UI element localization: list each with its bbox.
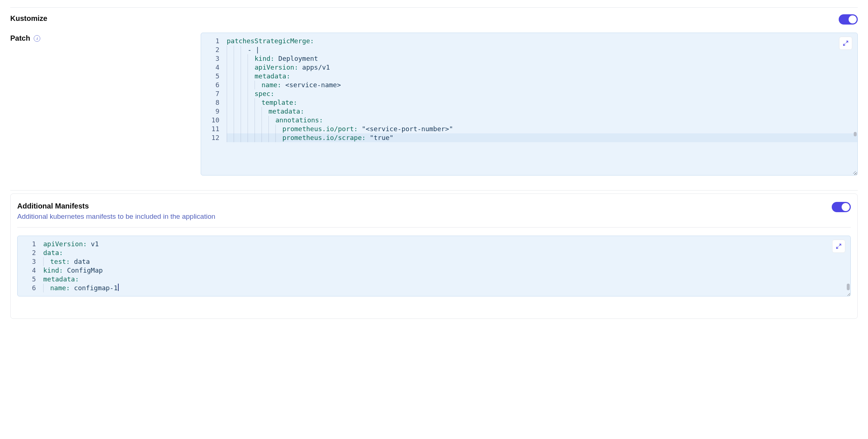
manifests-title: Additional Manifests [17, 202, 215, 210]
manifests-toggle[interactable] [832, 202, 851, 212]
code-line[interactable]: metadata: [227, 72, 857, 81]
patch-editor[interactable]: 123456789101112 patchesStrategicMerge:- … [201, 33, 858, 176]
line-gutter: 123456 [18, 236, 40, 296]
info-icon[interactable]: i [34, 35, 40, 42]
code-line[interactable]: prometheus.io/scrape: "true" [227, 133, 857, 142]
toggle-knob [842, 203, 850, 211]
code-line[interactable]: annotations: [227, 116, 857, 125]
patch-label-col: Patch i [10, 33, 190, 43]
patch-label: Patch i [10, 34, 40, 43]
toggle-knob [849, 15, 857, 23]
patch-editor-wrap: 123456789101112 patchesStrategicMerge:- … [201, 33, 858, 176]
code-lines[interactable]: apiVersion: v1data:test: datakind: Confi… [40, 236, 850, 296]
expand-button[interactable] [832, 240, 845, 253]
code-line[interactable]: apiVersion: apps/v1 [227, 63, 857, 72]
expand-icon [843, 40, 849, 46]
code-line[interactable]: spec: [227, 89, 857, 98]
expand-icon [836, 243, 842, 249]
code-line[interactable]: template: [227, 98, 857, 107]
kustomize-section: Kustomize Patch i 123456789101112 [10, 7, 858, 191]
code-line[interactable]: data: [43, 248, 850, 257]
kustomize-title: Kustomize [10, 14, 47, 23]
code-area: 123456 apiVersion: v1data:test: datakind… [18, 236, 850, 296]
manifests-header-text: Additional Manifests Additional kubernet… [17, 202, 215, 221]
manifests-subtitle: Additional kubernetes manifests to be in… [17, 213, 215, 221]
resize-handle[interactable] [851, 169, 856, 174]
code-line[interactable]: apiVersion: v1 [43, 240, 850, 248]
expand-button[interactable] [839, 37, 852, 50]
kustomize-toggle[interactable] [839, 14, 858, 25]
manifests-header: Additional Manifests Additional kubernet… [17, 202, 851, 221]
code-line[interactable]: kind: ConfigMap [43, 266, 850, 275]
code-line[interactable]: prometheus.io/port: "<service-port-numbe… [227, 125, 857, 133]
patch-row: Patch i 123456789101112 patchesStrategic… [10, 33, 858, 176]
code-lines[interactable]: patchesStrategicMerge:- |kind: Deploymen… [223, 33, 857, 146]
code-line[interactable]: metadata: [227, 107, 857, 116]
code-line[interactable]: test: data [43, 257, 850, 266]
line-gutter: 123456789101112 [201, 33, 223, 146]
divider [17, 227, 851, 228]
manifests-editor[interactable]: 123456 apiVersion: v1data:test: datakind… [17, 236, 851, 296]
code-line[interactable]: - | [227, 45, 857, 54]
manifests-card: Additional Manifests Additional kubernet… [10, 193, 858, 319]
code-line[interactable]: kind: Deployment [227, 54, 857, 63]
code-line[interactable]: name: configmap-1 [43, 284, 850, 292]
scrollbar-indicator[interactable] [854, 132, 857, 136]
patch-label-text: Patch [10, 34, 30, 43]
code-line[interactable]: metadata: [43, 275, 850, 284]
scrollbar-indicator[interactable] [847, 284, 850, 290]
code-line[interactable]: patchesStrategicMerge: [227, 37, 857, 45]
code-line[interactable]: name: <service-name> [227, 81, 857, 89]
code-area: 123456789101112 patchesStrategicMerge:- … [201, 33, 857, 146]
kustomize-header: Kustomize [10, 14, 858, 25]
